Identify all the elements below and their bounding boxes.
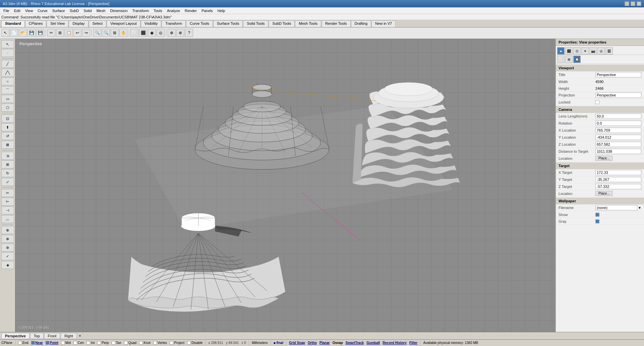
- tb-open[interactable]: 📂: [19, 29, 27, 37]
- status-project[interactable]: Project: [170, 341, 184, 345]
- status-gumball[interactable]: Gumball: [366, 341, 380, 345]
- tab-select[interactable]: Select: [89, 20, 107, 27]
- lt-trim[interactable]: ✂: [1, 189, 14, 197]
- menu-view[interactable]: View: [23, 8, 35, 13]
- menu-edit[interactable]: Edit: [12, 8, 22, 13]
- status-grid-snap[interactable]: Grid Snap: [289, 341, 305, 345]
- menu-file[interactable]: File: [1, 8, 11, 13]
- lt-osnap[interactable]: ⊕: [1, 226, 14, 234]
- props-wallpaper-show-cb[interactable]: [595, 213, 599, 217]
- lt-arc[interactable]: ⌒: [1, 86, 14, 94]
- lt-polygon[interactable]: ⬡: [1, 103, 14, 112]
- props-target-z-value[interactable]: -57.332: [595, 184, 641, 189]
- menu-dimension[interactable]: Dimension: [108, 8, 130, 13]
- tb-copy[interactable]: ⊞: [56, 29, 64, 37]
- tab-viewport-layout[interactable]: Viewport Layout: [107, 20, 140, 27]
- minimize-button[interactable]: ─: [625, 1, 629, 6]
- tb-zoom-in[interactable]: 🔍: [93, 29, 101, 37]
- props-camera-z-value[interactable]: 657.582: [595, 142, 641, 147]
- props-icon-environment[interactable]: ◎: [597, 47, 605, 55]
- status-knot[interactable]: Knot: [139, 341, 151, 345]
- lt-loft[interactable]: ⊠: [1, 141, 14, 149]
- lt-line[interactable]: ╱: [1, 60, 14, 68]
- lt-join[interactable]: ⊣: [1, 206, 14, 214]
- lt-split[interactable]: ⊢: [1, 198, 14, 206]
- tb-ghosted[interactable]: ◎: [157, 29, 165, 37]
- status-smarttrack[interactable]: SmartTrack: [346, 341, 364, 345]
- props-target-place-button[interactable]: Place...: [595, 191, 612, 196]
- vp-tab-right[interactable]: Right: [61, 333, 77, 339]
- tb-save-as[interactable]: 💾: [36, 29, 44, 37]
- tab-transform[interactable]: Transform: [162, 20, 186, 27]
- status-cen[interactable]: Cen: [73, 341, 84, 345]
- lt-unknown[interactable]: ◈: [1, 261, 14, 269]
- props-wallpaper-dropdown-icon[interactable]: ▼: [638, 206, 641, 210]
- tab-setview[interactable]: Set View: [47, 20, 68, 27]
- menu-panels[interactable]: Panels: [199, 8, 215, 13]
- lt-copy-obj[interactable]: ⊞: [1, 160, 14, 168]
- props-viewport-title-value[interactable]: Perspective: [595, 72, 641, 77]
- tab-display[interactable]: Display: [69, 20, 88, 27]
- viewport-container[interactable]: Perspective: [15, 39, 555, 332]
- props-wallpaper-gray-cb[interactable]: [595, 219, 599, 223]
- close-button[interactable]: ✕: [637, 1, 641, 6]
- tb-undo[interactable]: ↩: [73, 29, 81, 37]
- status-ortho[interactable]: Ortho: [308, 341, 317, 345]
- menu-analyze[interactable]: Analyze: [165, 8, 182, 13]
- tb-wireframe[interactable]: ⬜: [130, 29, 138, 37]
- props-camera-x-value[interactable]: 765.709: [595, 128, 641, 133]
- props-viewport-projection-value[interactable]: Perspective: [595, 92, 641, 98]
- menu-subd[interactable]: SubD: [68, 8, 81, 13]
- props-camera-rotation-value[interactable]: 0.0: [595, 121, 641, 126]
- tab-subd-tools[interactable]: SubD Tools: [269, 20, 295, 27]
- lt-check[interactable]: ✓: [1, 252, 14, 260]
- menu-surface[interactable]: Surface: [50, 8, 67, 13]
- lt-fillet[interactable]: ⌓: [1, 215, 14, 223]
- menu-mesh[interactable]: Mesh: [95, 8, 108, 13]
- lt-gumball[interactable]: ⊗: [1, 235, 14, 243]
- props-target-y-value[interactable]: -35.267: [595, 177, 641, 182]
- props-camera-y-value[interactable]: -434.012: [595, 135, 641, 140]
- tb-redo[interactable]: ↪: [82, 29, 90, 37]
- props-camera-lens-value[interactable]: 50.0: [595, 114, 641, 119]
- status-disable[interactable]: Disable: [187, 341, 202, 345]
- tb-zoom-out[interactable]: 🔍: [102, 29, 110, 37]
- status-end[interactable]: End: [18, 341, 28, 345]
- menu-transform[interactable]: Transform: [130, 8, 151, 13]
- status-filter[interactable]: Filter: [409, 341, 417, 345]
- tab-solid-tools[interactable]: Solid Tools: [243, 20, 268, 27]
- props-icon-material[interactable]: ⊡: [573, 47, 581, 55]
- tb-pan[interactable]: ✋: [119, 29, 127, 37]
- lt-polyline[interactable]: ╱╲: [1, 69, 14, 77]
- status-vertex[interactable]: Vertex: [153, 341, 167, 345]
- status-tan[interactable]: Tan: [112, 341, 121, 345]
- props-icon-display[interactable]: ⬜: [557, 56, 565, 63]
- vp-tab-top[interactable]: Top: [30, 333, 44, 339]
- lt-history[interactable]: ⊛: [1, 244, 14, 252]
- lt-rectangle[interactable]: ▭: [1, 95, 14, 103]
- vp-tab-perspective[interactable]: Perspective: [1, 333, 30, 339]
- lt-extrude[interactable]: ⬆: [1, 123, 14, 131]
- props-icon-camera[interactable]: 📷: [589, 47, 597, 55]
- tb-zoom-extents[interactable]: ⊞: [111, 29, 119, 37]
- props-wallpaper-filename-value[interactable]: (none): [595, 205, 637, 210]
- tab-new-in-v7[interactable]: New in V7: [371, 20, 396, 27]
- tab-surface-tools[interactable]: Surface Tools: [213, 20, 243, 27]
- props-icon-view[interactable]: 🖼: [605, 47, 613, 55]
- menu-tools[interactable]: Tools: [152, 8, 164, 13]
- tb-help[interactable]: ?: [185, 29, 193, 37]
- tb-cut[interactable]: ✂: [47, 29, 55, 37]
- menu-solid[interactable]: Solid: [81, 8, 94, 13]
- lt-surface[interactable]: ⊡: [1, 115, 14, 123]
- tab-render-tools[interactable]: Render Tools: [321, 20, 351, 27]
- lt-point[interactable]: ·: [1, 49, 14, 57]
- lt-select[interactable]: ↖: [1, 40, 14, 48]
- props-icon-grid[interactable]: ⊞: [565, 56, 573, 63]
- status-point[interactable]: Point: [46, 341, 58, 345]
- status-layer[interactable]: ■ final: [274, 341, 283, 345]
- tab-curve-tools[interactable]: Curve Tools: [186, 20, 213, 27]
- vp-tab-add-icon[interactable]: +: [79, 334, 81, 338]
- status-mid[interactable]: Mid: [61, 341, 71, 345]
- tb-layer-on[interactable]: ⊕: [168, 29, 176, 37]
- lt-revolve[interactable]: ↺: [1, 132, 14, 140]
